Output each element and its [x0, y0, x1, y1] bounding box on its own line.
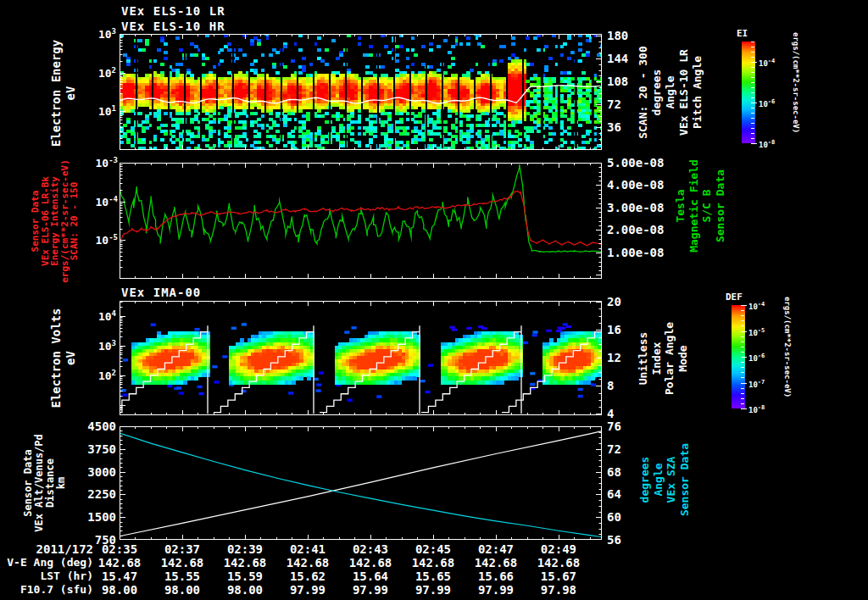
footer-value: 142.68	[215, 556, 275, 569]
sza-tick-label: 68	[607, 465, 641, 479]
colorbar-tick-mark	[751, 128, 754, 129]
footer-value: 15.67	[529, 569, 588, 583]
ima-spectrogram-canvas	[120, 301, 602, 415]
colorbar-tick-label: 10-6	[759, 98, 775, 108]
side-label-line: Electron Energy	[49, 34, 64, 153]
side-label-line: Electron Volts	[49, 297, 64, 419]
distance-tick-label: 2250	[74, 487, 116, 501]
els-energy-tick-label: 102	[81, 66, 116, 80]
colorbar-tick-mark	[741, 367, 744, 368]
bfield-tick-label: 2.00e-08	[607, 223, 683, 236]
distance-tick-label: 3750	[74, 442, 116, 456]
colorbar-tick-mark	[751, 123, 754, 124]
colorbar-tick-mark	[741, 315, 744, 316]
footer-value: 142.68	[403, 556, 463, 569]
colorbar-tick-mark	[751, 62, 757, 63]
intensity-bfield-canvas	[120, 163, 602, 279]
colorbar-tick-label: 10-8	[759, 139, 775, 149]
colorbar-tick-label: 10-7	[748, 379, 765, 389]
colorbar-tick-mark	[741, 342, 744, 342]
footer-value: 15.47	[90, 569, 149, 583]
colorbar-tick-mark	[741, 347, 744, 347]
side-label-line: Mode	[676, 295, 690, 422]
ima-ev-tick-label: 102	[81, 369, 116, 382]
colorbar-def-title: DEF	[726, 292, 743, 303]
time-tick-label: 02:37	[153, 542, 212, 556]
distance-tick-label: 1500	[74, 510, 116, 524]
side-label-line: eV	[64, 34, 78, 153]
side-label-rotated: Electron VoltseV	[49, 297, 78, 419]
side-label-line: degrees	[650, 21, 664, 164]
side-label-line: S/C B	[700, 142, 714, 269]
els-energy-tick-label: 103	[81, 27, 116, 41]
footer-value: 142.68	[278, 556, 337, 569]
mode-tick-label: 8	[607, 379, 641, 392]
side-label-rotated: UnitlessIndexPolar AngleMode	[637, 295, 689, 422]
colorbar-tick-mark	[751, 138, 754, 139]
side-label-rotated: Sensor DataVEx ELS-06 LR-BkEnergy Intens…	[31, 158, 80, 285]
footer-value: 142.68	[529, 556, 588, 569]
panel4-left-axis-label: Sensor DataVEx Alt/Venus/PdDistancekm	[23, 413, 67, 553]
colorbar-tick-mark	[741, 403, 744, 404]
colorbar-tick-mark	[751, 87, 754, 88]
colorbar-tick-mark	[751, 77, 754, 78]
panel2-left-axis-label: Sensor DataVEx ELS-06 LR-BkEnergy Intens…	[31, 158, 80, 285]
colorbar-ei-title: EI	[737, 28, 748, 39]
distance-tick-label: 4500	[74, 419, 116, 433]
mode-tick-label: 20	[607, 295, 641, 308]
sza-tick-label: 56	[607, 533, 641, 547]
els-energy-tick-label: 101	[81, 104, 116, 118]
colorbar-tick-mark	[751, 82, 754, 83]
bfield-tick-label: 1.00e-08	[607, 246, 683, 259]
side-label-rotated: Electron EnergyeV	[49, 34, 78, 153]
colorbar-tick-mark	[741, 383, 747, 384]
colorbar-tick-label: 10-4	[759, 58, 775, 68]
side-label-line: VEx SZA	[665, 408, 678, 551]
footer-row-label: LST (hr)	[0, 569, 93, 582]
footer-value: 15.55	[153, 569, 212, 583]
colorbar-tick-mark	[741, 320, 744, 321]
footer-value: 15.62	[278, 569, 337, 583]
side-label-line: Sensor Data	[31, 158, 41, 285]
colorbar-tick-mark	[751, 108, 754, 108]
time-tick-label: 02:47	[466, 542, 526, 556]
sza-tick-label: 76	[607, 419, 641, 433]
colorbar-tick-mark	[741, 393, 744, 394]
mode-tick-label: 4	[607, 407, 641, 420]
sza-tick-label: 64	[607, 487, 641, 501]
colorbar-tick-mark	[751, 42, 754, 42]
side-label-line: eV	[64, 297, 78, 419]
time-tick-label: 02:49	[529, 542, 588, 556]
footer-value: 15.64	[341, 569, 400, 583]
colorbar-tick-mark	[751, 52, 754, 53]
els-pitch-tick-label: 72	[607, 97, 641, 111]
colorbar-tick-mark	[751, 67, 754, 68]
side-label-line: Index	[650, 295, 664, 422]
panel3-right-axis-label: UnitlessIndexPolar AngleMode	[637, 295, 689, 422]
side-label-line: Angle	[652, 408, 665, 551]
footer-row-label: F10.7 (sfu)	[0, 583, 93, 596]
colorbar-tick-mark	[751, 113, 754, 114]
sza-tick-label: 60	[607, 510, 641, 524]
colorbar-tick-mark	[741, 352, 744, 353]
side-label-line: Polar Angle	[663, 295, 676, 422]
colorbar-tick-mark	[741, 305, 747, 306]
side-label-line: Sensor Data	[714, 142, 727, 269]
colorbar-tick-mark	[751, 47, 754, 47]
footer-value: 142.68	[466, 556, 526, 569]
side-label-line: km	[56, 413, 67, 553]
panel1-title-line1: VEx ELS-10 LR	[121, 4, 225, 18]
side-label-rotated: degreesAngleVEx SZASensor Data	[638, 408, 691, 551]
footer-row-label: V-E Ang (deg)	[0, 556, 93, 569]
colorbar-tick-mark	[741, 408, 747, 409]
bfield-tick-label: 5.00e-08	[607, 156, 683, 169]
colorbar-tick-mark	[741, 377, 744, 378]
els-spectrogram-canvas	[120, 34, 602, 150]
footer-value: 97.99	[341, 583, 400, 597]
colorbar-tick-mark	[741, 325, 744, 326]
intensity-tick-label: 10-3	[79, 156, 118, 169]
time-tick-label: 02:41	[278, 542, 337, 556]
colorbar-tick-label: 10-5	[748, 327, 765, 337]
time-tick-label: 02:43	[341, 542, 400, 556]
intensity-tick-label: 10-5	[79, 233, 118, 247]
